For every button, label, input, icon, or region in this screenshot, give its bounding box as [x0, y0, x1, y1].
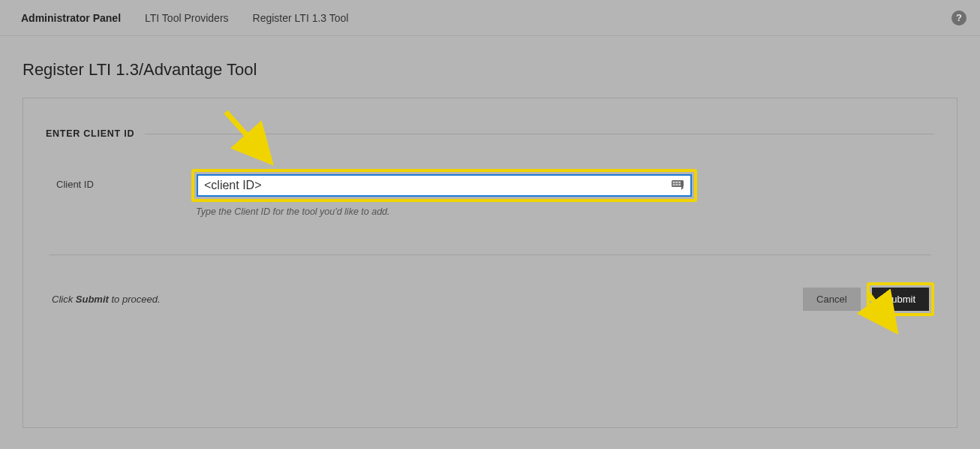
footer-strong: Submit — [76, 294, 109, 305]
breadcrumb-item-admin-panel[interactable]: Administrator Panel — [21, 12, 121, 24]
page-title: Register LTI 1.3/Advantage Tool — [0, 36, 980, 98]
breadcrumb-item-lti-providers[interactable]: LTI Tool Providers — [145, 12, 229, 24]
section-rule — [145, 134, 934, 134]
help-icon[interactable]: ? — [951, 11, 966, 26]
section-title: ENTER CLIENT ID — [46, 128, 145, 139]
submit-highlight-annotation: Submit — [867, 282, 934, 316]
cancel-button[interactable]: Cancel — [803, 288, 860, 311]
form-panel: ENTER CLIENT ID Client ID — [23, 98, 957, 428]
footer-prefix: Click — [52, 294, 76, 305]
client-id-input[interactable] — [197, 174, 692, 197]
client-id-label: Client ID — [56, 169, 146, 190]
footer-suffix: to proceed. — [109, 294, 161, 305]
client-id-help-text: Type the Client ID for the tool you'd li… — [196, 206, 702, 217]
breadcrumb-item-register-tool[interactable]: Register LTI 1.3 Tool — [253, 12, 349, 24]
footer-instruction: Click Submit to proceed. — [52, 294, 161, 305]
form-footer: Click Submit to proceed. Cancel Submit — [41, 255, 939, 316]
input-highlight-annotation — [191, 169, 697, 202]
breadcrumb-bar: Administrator Panel LTI Tool Providers R… — [0, 0, 980, 36]
submit-button[interactable]: Submit — [872, 288, 929, 311]
section-enter-client-id: ENTER CLIENT ID Client ID — [41, 128, 939, 217]
